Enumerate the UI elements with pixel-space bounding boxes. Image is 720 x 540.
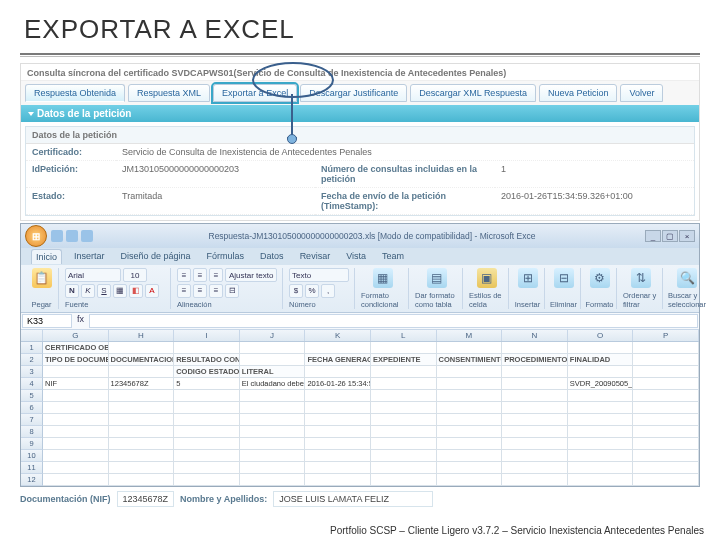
ribbon-tab-team[interactable]: Team (378, 249, 408, 264)
cell[interactable] (305, 474, 371, 486)
cell[interactable] (502, 342, 568, 354)
quick-access-toolbar[interactable] (51, 230, 93, 242)
wrap-text-button[interactable]: Ajustar texto (225, 268, 277, 282)
ribbon-delete-cells[interactable]: ⊟ Eliminar (547, 268, 581, 309)
cell[interactable] (371, 378, 437, 390)
column-headers[interactable]: G H I J K L M N O P (21, 330, 699, 342)
cell[interactable] (502, 450, 568, 462)
cell[interactable] (633, 342, 699, 354)
col-head[interactable]: I (174, 330, 240, 341)
cell[interactable] (633, 354, 699, 366)
cell[interactable] (437, 426, 503, 438)
percent-button[interactable]: % (305, 284, 319, 298)
cell[interactable] (371, 462, 437, 474)
cell[interactable] (43, 402, 109, 414)
cell[interactable] (305, 426, 371, 438)
cell[interactable] (502, 426, 568, 438)
underline-button[interactable]: S (97, 284, 111, 298)
align-center-button[interactable]: ≡ (193, 284, 207, 298)
cell[interactable] (371, 450, 437, 462)
cell[interactable]: 12345678Z (109, 378, 175, 390)
font-color-button[interactable]: A (145, 284, 159, 298)
cell[interactable] (502, 366, 568, 378)
cell[interactable] (240, 342, 306, 354)
align-bot-button[interactable]: ≡ (209, 268, 223, 282)
col-head[interactable]: G (43, 330, 109, 341)
ribbon-tab-vista[interactable]: Vista (342, 249, 370, 264)
minimize-button[interactable]: _ (645, 230, 661, 242)
tab-exportar-excel[interactable]: Exportar a Excel (213, 84, 297, 102)
cell[interactable] (43, 462, 109, 474)
cell[interactable] (240, 450, 306, 462)
col-head[interactable]: M (437, 330, 503, 341)
cell[interactable] (43, 474, 109, 486)
cell[interactable]: CODIGO ESTADO (174, 366, 240, 378)
number-format-select[interactable]: Texto (289, 268, 349, 282)
cell[interactable]: FINALIDAD (568, 354, 634, 366)
cell[interactable] (305, 414, 371, 426)
qat-undo-icon[interactable] (66, 230, 78, 242)
cell[interactable] (568, 390, 634, 402)
cell[interactable] (437, 438, 503, 450)
select-all-corner[interactable] (21, 330, 43, 341)
cell[interactable] (437, 378, 503, 390)
qat-save-icon[interactable] (51, 230, 63, 242)
row-head[interactable]: 5 (21, 390, 43, 402)
cell[interactable] (109, 426, 175, 438)
cell[interactable] (633, 378, 699, 390)
row-head[interactable]: 6 (21, 402, 43, 414)
row-head[interactable]: 11 (21, 462, 43, 474)
cell[interactable] (568, 366, 634, 378)
tab-respuesta-obtenida[interactable]: Respuesta Obtenida (25, 84, 125, 102)
cell[interactable] (43, 390, 109, 402)
ribbon-format-cells[interactable]: ⚙ Formato (583, 268, 617, 309)
cell[interactable] (240, 390, 306, 402)
align-top-button[interactable]: ≡ (177, 268, 191, 282)
ribbon-insert-cells[interactable]: ⊞ Insertar (511, 268, 545, 309)
qat-redo-icon[interactable] (81, 230, 93, 242)
cell[interactable] (109, 402, 175, 414)
ribbon-tab-formulas[interactable]: Fórmulas (203, 249, 249, 264)
row-head[interactable]: 10 (21, 450, 43, 462)
col-head[interactable]: O (568, 330, 634, 341)
row-head[interactable]: 4 (21, 378, 43, 390)
merge-button[interactable]: ⊟ (225, 284, 239, 298)
cell[interactable]: CERTIFICADO OBTENIDO (43, 342, 109, 354)
cell[interactable] (371, 438, 437, 450)
cell[interactable] (109, 474, 175, 486)
fill-color-button[interactable]: ◧ (129, 284, 143, 298)
cell[interactable]: El ciudadano debe solicitar un certifica… (240, 378, 306, 390)
cell[interactable]: RESULTADO CONSULTA REALIZADA (174, 354, 240, 366)
cell[interactable] (437, 402, 503, 414)
row-head[interactable]: 12 (21, 474, 43, 486)
cell[interactable] (240, 462, 306, 474)
cell[interactable] (305, 438, 371, 450)
cell[interactable]: FECHA GENERACION DEL CERTIFICADO (305, 354, 371, 366)
cell[interactable] (109, 414, 175, 426)
cell[interactable] (174, 390, 240, 402)
row-head[interactable]: 7 (21, 414, 43, 426)
cell[interactable] (371, 402, 437, 414)
align-mid-button[interactable]: ≡ (193, 268, 207, 282)
cell[interactable] (174, 426, 240, 438)
cell[interactable] (174, 450, 240, 462)
cell[interactable] (109, 438, 175, 450)
ribbon-cond-format[interactable]: ▦ Formato condicional (357, 268, 409, 309)
cell[interactable] (371, 342, 437, 354)
ribbon-tab-revisar[interactable]: Revisar (296, 249, 335, 264)
cell[interactable] (305, 342, 371, 354)
cell[interactable] (568, 462, 634, 474)
col-head[interactable]: N (502, 330, 568, 341)
cell[interactable] (240, 402, 306, 414)
tab-nueva-peticion[interactable]: Nueva Peticion (539, 84, 618, 102)
maximize-button[interactable]: ▢ (662, 230, 678, 242)
cell[interactable] (305, 366, 371, 378)
tab-descargar-xml[interactable]: Descargar XML Respuesta (410, 84, 536, 102)
row-head[interactable]: 1 (21, 342, 43, 354)
cell[interactable]: EXPEDIENTE (371, 354, 437, 366)
cell[interactable]: SVDR_20090505_00 LEY INTEGRACION (568, 378, 634, 390)
col-head[interactable]: H (109, 330, 175, 341)
ribbon-tab-diseno[interactable]: Diseño de página (117, 249, 195, 264)
ribbon-tab-datos[interactable]: Datos (256, 249, 288, 264)
cell[interactable] (502, 462, 568, 474)
